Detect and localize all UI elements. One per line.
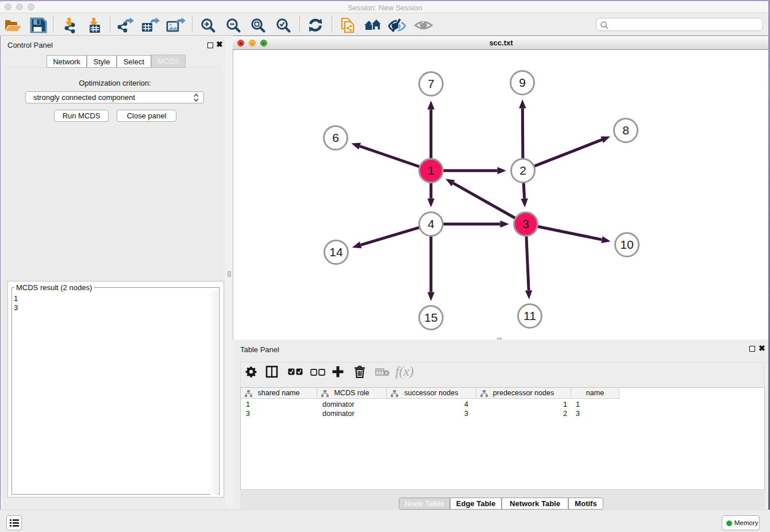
svg-text:4: 4 — [428, 217, 434, 230]
svg-text:15: 15 — [424, 311, 437, 324]
svg-text:11: 11 — [523, 309, 536, 322]
svg-text:10: 10 — [620, 238, 633, 251]
svg-text:8: 8 — [622, 124, 629, 137]
svg-text:2: 2 — [519, 164, 526, 177]
svg-text:7: 7 — [428, 77, 434, 90]
svg-text:6: 6 — [332, 131, 339, 144]
svg-text:14: 14 — [329, 245, 343, 259]
svg-text:9: 9 — [519, 76, 526, 89]
svg-text:3: 3 — [522, 217, 529, 230]
svg-text:1: 1 — [428, 164, 434, 177]
